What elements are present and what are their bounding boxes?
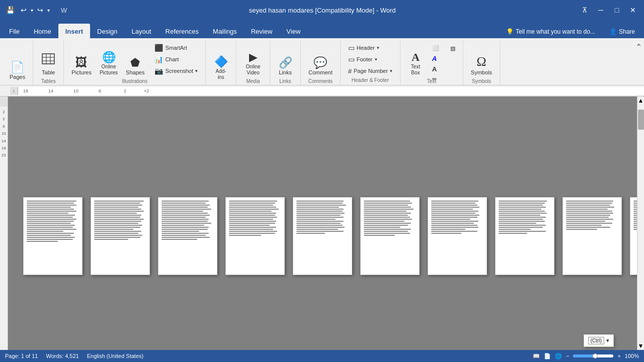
- page-number-dropdown[interactable]: ▾: [390, 68, 392, 73]
- symbols-button[interactable]: Ω Symbols: [467, 42, 496, 77]
- textbox-icon: A: [412, 52, 420, 63]
- shapes-button[interactable]: ⬟ Shapes: [122, 42, 148, 77]
- tell-me-field[interactable]: 💡 Tell me what you want to do...: [501, 24, 600, 38]
- header-dropdown[interactable]: ▾: [377, 45, 379, 50]
- share-label: Share: [619, 28, 635, 35]
- quick-parts-button[interactable]: ⬜: [429, 43, 445, 53]
- page-5-content: [293, 198, 352, 238]
- ribbon-group-pages: 📄 Pages: [2, 40, 33, 85]
- ruler-num-x2: ×2: [144, 88, 149, 94]
- page-thumb-4[interactable]: [225, 197, 285, 275]
- page-2-content: [91, 198, 149, 244]
- footer-button[interactable]: ▭ Footer ▾: [345, 54, 396, 64]
- customize-qa-dropdown[interactable]: ▾: [47, 8, 50, 13]
- table-button[interactable]: Table: [37, 42, 59, 77]
- symbols-label: Symbols: [471, 69, 492, 76]
- symbols-icon: Ω: [476, 55, 486, 68]
- addins-button[interactable]: 🔷 Add-ins: [210, 47, 232, 82]
- page-thumb-3[interactable]: [158, 197, 217, 275]
- pages-button[interactable]: 📄 Pages: [6, 47, 29, 82]
- tab-file[interactable]: File: [2, 24, 27, 38]
- online-video-button[interactable]: ▶ OnlineVideo: [240, 42, 266, 77]
- minimize-button[interactable]: ─: [594, 3, 608, 17]
- comment-button[interactable]: 💬 Comment: [305, 42, 336, 77]
- page-number-button[interactable]: # Page Number ▾: [345, 66, 396, 76]
- redo-button[interactable]: ↪: [35, 5, 45, 15]
- zoom-level: 100%: [625, 353, 639, 359]
- scrollbar-down[interactable]: ▼: [637, 342, 644, 350]
- page-thumb-8[interactable]: [495, 197, 554, 275]
- zoom-handle[interactable]: [593, 353, 598, 358]
- view-read-icon[interactable]: 📖: [533, 353, 540, 359]
- page-7-content: [428, 198, 487, 238]
- scrollbar-thumb[interactable]: [638, 110, 644, 130]
- chart-icon: 📊: [154, 55, 163, 63]
- screenshot-button[interactable]: 📷 Screenshot ▾: [151, 66, 201, 76]
- tab-home[interactable]: Home: [27, 24, 58, 38]
- wordart-button[interactable]: A: [429, 53, 445, 63]
- footer-icon: ▭: [348, 55, 355, 63]
- title-bar: 💾 ↩ ▾ ↪ ▾ W seyed hasan modares [Compati…: [0, 0, 644, 20]
- tab-view[interactable]: View: [279, 24, 307, 38]
- maximize-button[interactable]: □: [610, 3, 624, 17]
- symbols-group-label: Symbols: [467, 77, 496, 86]
- tab-layout[interactable]: Layout: [125, 24, 158, 38]
- paste-dropdown-icon[interactable]: ▾: [606, 337, 609, 344]
- scrollbar-track[interactable]: [637, 105, 644, 342]
- textbox-button[interactable]: A TextBox: [405, 42, 427, 77]
- page-thumb-10[interactable]: [630, 197, 637, 275]
- vertical-scrollbar[interactable]: ▲ ▼: [637, 97, 644, 350]
- save-button[interactable]: 💾: [4, 5, 17, 15]
- dropcap-button[interactable]: A: [429, 64, 445, 74]
- view-web-icon[interactable]: 🌐: [555, 353, 562, 359]
- shapes-icon: ⬟: [130, 57, 140, 68]
- tab-insert[interactable]: Insert: [58, 24, 90, 38]
- status-bar: Page: 1 of 11 Words: 4,521 English (Unit…: [0, 350, 644, 362]
- page-thumb-7[interactable]: [428, 197, 487, 275]
- view-print-icon[interactable]: 📄: [544, 353, 551, 359]
- page-thumb-5[interactable]: [293, 197, 352, 275]
- undo-dropdown[interactable]: ▾: [31, 8, 33, 13]
- links-button[interactable]: 🔗 Links: [274, 42, 296, 77]
- tab-mailings[interactable]: Mailings: [206, 24, 244, 38]
- zoom-slider[interactable]: [573, 354, 613, 357]
- header-footer-group-content: ▭ Header ▾ ▭ Footer ▾ # Page Number ▾: [345, 42, 396, 76]
- share-button[interactable]: 👤 Share: [602, 25, 642, 38]
- header-footer-group-label: Header & Footer: [345, 76, 396, 85]
- pages-row: تحقیق آنلاین Tahghighonline.ir مرجع دانل…: [23, 197, 622, 275]
- window-controls: ⊼ ─ □ ✕: [578, 3, 640, 17]
- zoom-out[interactable]: −: [566, 353, 569, 359]
- header-icon: ▭: [348, 44, 355, 52]
- close-button[interactable]: ✕: [626, 3, 640, 17]
- zoom-in[interactable]: +: [617, 353, 620, 359]
- paste-notification[interactable]: (Ctrl) ▾: [584, 334, 614, 347]
- language: English (United States): [87, 353, 144, 359]
- page-thumb-9[interactable]: [562, 197, 622, 275]
- ctrl-badge: (Ctrl): [588, 337, 604, 344]
- object-button[interactable]: ▧: [447, 43, 459, 53]
- undo-button[interactable]: ↩: [19, 5, 29, 15]
- scrollbar-up[interactable]: ▲: [637, 97, 644, 105]
- screenshot-dropdown: ▾: [195, 68, 198, 73]
- ribbon-collapse-button[interactable]: ⊼: [578, 3, 592, 17]
- header-button[interactable]: ▭ Header ▾: [345, 43, 396, 53]
- text-group-content: A TextBox ⬜ A A ✏: [405, 42, 459, 77]
- tab-design[interactable]: Design: [90, 24, 124, 38]
- tab-references[interactable]: References: [158, 24, 206, 38]
- online-pictures-button[interactable]: 🌐 OnlinePictures: [96, 42, 121, 77]
- page-thumb-2[interactable]: [91, 197, 150, 275]
- ribbon-tabs: File Home Insert Design Layout Reference…: [0, 20, 644, 38]
- page-number-label: Page Number: [354, 68, 388, 74]
- pictures-button[interactable]: 🖼 Pictures: [68, 42, 95, 77]
- page-thumb-1[interactable]: [23, 197, 83, 275]
- ribbon-collapse-arrow[interactable]: ⌃: [635, 42, 642, 52]
- chart-button[interactable]: 📊 Chart: [151, 54, 201, 64]
- footer-dropdown[interactable]: ▾: [375, 57, 377, 62]
- document-wrapper: ↕ 18 14 10 6 2 ×2 2 2 6 10 14 18 22: [0, 85, 644, 350]
- smartart-button[interactable]: ⬛ SmartArt: [151, 43, 201, 53]
- pages-container[interactable]: تحقیق آنلاین Tahghighonline.ir مرجع دانل…: [8, 97, 637, 350]
- page-thumb-6[interactable]: [360, 197, 420, 275]
- tab-review[interactable]: Review: [244, 24, 280, 38]
- ribbon-group-addins: 🔷 Add-ins: [206, 40, 236, 85]
- pages-label: Pages: [10, 74, 25, 80]
